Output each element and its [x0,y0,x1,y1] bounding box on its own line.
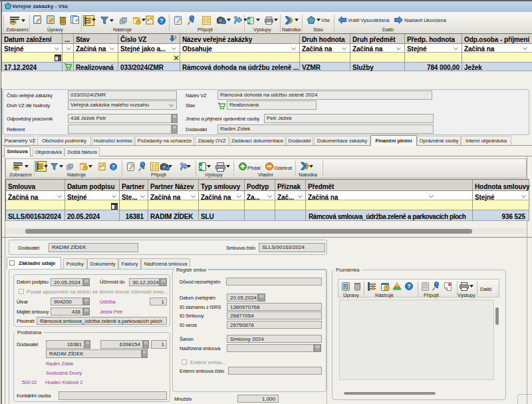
svg-text:1: 1 [175,35,176,39]
svg-text:X: X [199,164,203,170]
svg-text:?: ? [112,164,115,170]
svg-text:?: ? [160,17,163,24]
svg-text:X: X [247,19,251,23]
svg-text:?: ? [407,283,410,290]
